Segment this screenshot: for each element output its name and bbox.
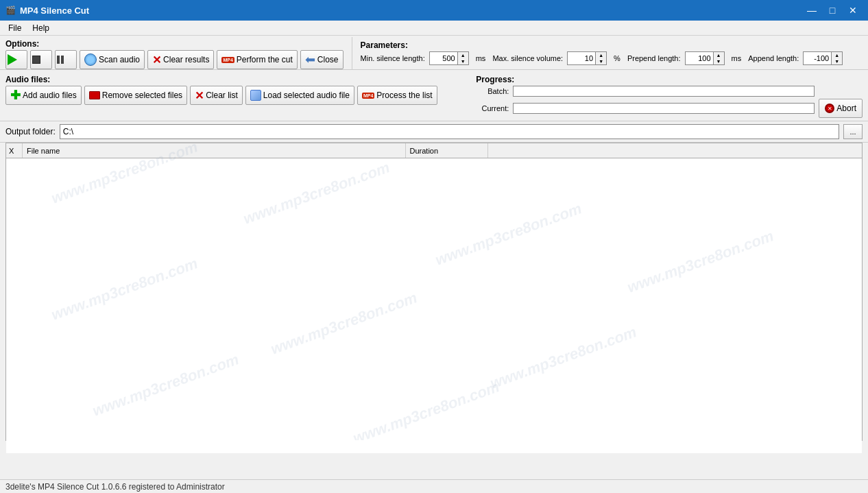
watermark-4: www.mp3cre8on.com xyxy=(625,227,776,297)
batch-label: Batch: xyxy=(476,87,509,95)
prepend-length-input[interactable] xyxy=(685,51,714,65)
process-list-label: Process the list xyxy=(376,91,432,100)
pause-icon xyxy=(57,56,64,64)
close-button[interactable]: ✕ xyxy=(843,3,863,18)
abort-icon xyxy=(825,104,834,113)
pause-button[interactable] xyxy=(55,50,77,69)
remove-icon xyxy=(89,91,100,99)
min-silence-length-input[interactable] xyxy=(429,51,458,65)
process-icon: MP4 xyxy=(362,93,374,99)
current-row: Current: xyxy=(476,103,815,114)
file-list-header: X File name Duration xyxy=(6,143,862,158)
current-label: Current: xyxy=(476,104,509,112)
prepend-up[interactable]: ▲ xyxy=(714,52,724,58)
perform-cut-icon: MP4 xyxy=(221,57,234,63)
menu-bar: File Help xyxy=(0,21,868,36)
file-list: X File name Duration www.mp3cre8on.com w… xyxy=(5,143,863,441)
status-bar: 3delite's MP4 Silence Cut 1.0.6.6 regist… xyxy=(0,479,868,493)
min-silence-length-spinbox: ▲ ▼ xyxy=(429,51,469,65)
menu-help[interactable]: Help xyxy=(27,22,55,34)
batch-row: Batch: xyxy=(476,86,863,97)
perform-cut-button[interactable]: MP4 Perform the cut xyxy=(217,50,297,69)
watermark-7: www.mp3cre8on.com xyxy=(487,323,639,393)
title-bar-title: MP4 Silence Cut xyxy=(20,5,89,16)
load-audio-label: Load selected audio file xyxy=(263,91,350,100)
remove-selected-button[interactable]: Remove selected files xyxy=(84,86,187,105)
title-bar: 🎬 MP4 Silence Cut — □ ✕ xyxy=(0,0,868,21)
min-silence-unit: ms xyxy=(476,54,486,62)
watermark-6: www.mp3cre8on.com xyxy=(268,289,420,359)
menu-file[interactable]: File xyxy=(3,22,27,34)
clear-list-label: Clear list xyxy=(206,91,238,100)
min-silence-length-label: Min. silence length: xyxy=(361,54,425,62)
abort-button[interactable]: Abort xyxy=(819,99,863,118)
clear-list-icon: ✕ xyxy=(195,89,204,102)
append-length-label: Append length: xyxy=(748,54,799,62)
file-list-body: www.mp3cre8on.com www.mp3cre8on.com www.… xyxy=(6,158,862,453)
scan-icon xyxy=(84,53,97,66)
options-label: Options: xyxy=(5,37,343,50)
watermark-2: www.mp3cre8on.com xyxy=(241,158,392,228)
col-header-duration: Duration xyxy=(406,143,488,158)
play-icon xyxy=(8,54,17,65)
prepend-unit: ms xyxy=(732,54,742,62)
close-app-button[interactable]: ⬅ Close xyxy=(300,50,343,69)
append-up[interactable]: ▲ xyxy=(832,52,842,58)
load-audio-button[interactable]: Load selected audio file xyxy=(245,86,354,105)
max-silence-volume-input[interactable] xyxy=(567,51,596,65)
add-audio-files-label: Add audio files xyxy=(23,91,77,100)
close-label: Close xyxy=(317,55,339,64)
minimize-button[interactable]: — xyxy=(802,3,821,18)
title-bar-left: 🎬 MP4 Silence Cut xyxy=(5,5,89,16)
maximize-button[interactable]: □ xyxy=(823,3,842,18)
watermark-8: www.mp3cre8on.com xyxy=(90,350,241,420)
clear-results-label: Clear results xyxy=(163,55,209,64)
min-silence-down[interactable]: ▼ xyxy=(458,58,468,64)
clear-results-button[interactable]: ✕ Clear results xyxy=(147,50,214,69)
progress-label: Progress: xyxy=(476,73,863,86)
col-header-x: X xyxy=(6,143,23,158)
min-silence-up[interactable]: ▲ xyxy=(458,52,468,58)
audio-files-label: Audio files: xyxy=(5,73,469,86)
col-header-filename: File name xyxy=(23,143,406,158)
watermark-1: www.mp3cre8on.com xyxy=(49,158,200,208)
append-length-input[interactable] xyxy=(803,51,832,65)
app-icon: 🎬 xyxy=(5,5,16,15)
progress-section: Progress: Batch: Current: Abort xyxy=(476,73,863,118)
scan-audio-button[interactable]: Scan audio xyxy=(80,50,145,69)
append-length-spinbox: ▲ ▼ xyxy=(803,51,843,65)
parameters-label: Parameters: xyxy=(361,38,863,51)
load-icon xyxy=(250,90,261,101)
prepend-length-label: Prepend length: xyxy=(627,54,681,62)
append-down[interactable]: ▼ xyxy=(832,58,842,64)
close-icon: ⬅ xyxy=(305,52,315,67)
remove-selected-label: Remove selected files xyxy=(102,91,182,100)
scan-audio-label: Scan audio xyxy=(99,55,140,64)
stop-button[interactable] xyxy=(30,50,52,69)
watermark-5: www.mp3cre8on.com xyxy=(49,254,200,324)
current-progress-bar xyxy=(513,103,815,114)
watermark-3: www.mp3cre8on.com xyxy=(433,200,584,269)
stop-icon xyxy=(32,56,40,64)
batch-progress-bar xyxy=(513,86,815,97)
clear-results-icon: ✕ xyxy=(152,53,161,67)
output-folder-label: Output folder: xyxy=(5,127,56,136)
add-icon: ✚ xyxy=(10,89,21,101)
play-button[interactable] xyxy=(5,50,27,69)
title-bar-controls: — □ ✕ xyxy=(802,3,863,18)
max-silence-down[interactable]: ▼ xyxy=(596,58,606,64)
process-list-button[interactable]: MP4 Process the list xyxy=(357,86,437,105)
perform-cut-label: Perform the cut xyxy=(237,55,293,64)
watermark-9: www.mp3cre8on.com xyxy=(350,378,502,440)
status-text: 3delite's MP4 Silence Cut 1.0.6.6 regist… xyxy=(5,482,225,492)
abort-label: Abort xyxy=(836,104,856,113)
prepend-down[interactable]: ▼ xyxy=(714,58,724,64)
add-audio-files-button[interactable]: ✚ Add audio files xyxy=(5,86,82,105)
max-silence-unit: % xyxy=(614,54,620,62)
prepend-length-spinbox: ▲ ▼ xyxy=(685,51,725,65)
output-folder-input[interactable] xyxy=(60,124,839,139)
output-folder-row: Output folder: ... xyxy=(0,121,868,143)
browse-button[interactable]: ... xyxy=(843,124,863,139)
clear-list-button[interactable]: ✕ Clear list xyxy=(190,86,243,105)
max-silence-up[interactable]: ▲ xyxy=(596,52,606,58)
